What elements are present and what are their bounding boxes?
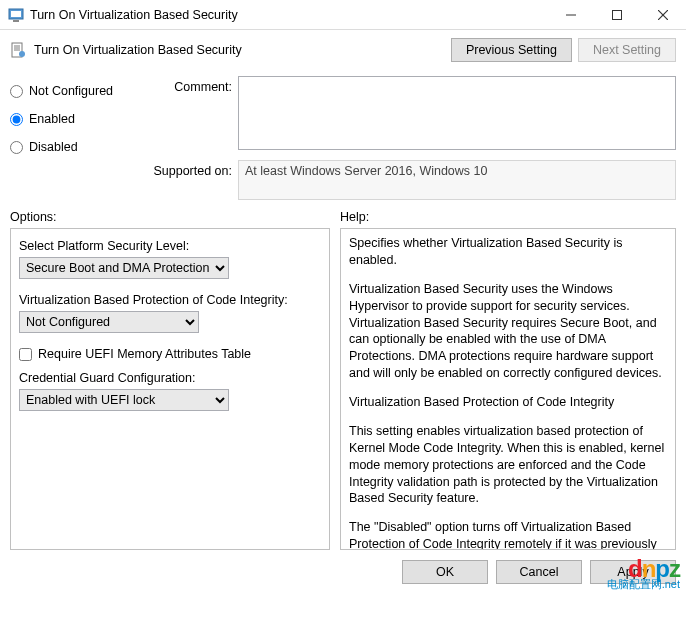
window-controls bbox=[548, 0, 686, 29]
vbpci-label: Virtualization Based Protection of Code … bbox=[19, 293, 321, 307]
state-not-configured[interactable]: Not Configured bbox=[10, 84, 140, 98]
svg-rect-2 bbox=[13, 20, 19, 22]
policy-icon bbox=[10, 42, 26, 58]
uefi-mem-attr-checkbox[interactable] bbox=[19, 348, 32, 361]
ok-button[interactable]: OK bbox=[402, 560, 488, 584]
svg-rect-4 bbox=[613, 10, 622, 19]
state-disabled-label: Disabled bbox=[29, 140, 78, 154]
policy-header: Turn On Virtualization Based Security Pr… bbox=[0, 30, 686, 70]
state-disabled-radio[interactable] bbox=[10, 141, 23, 154]
state-enabled-radio[interactable] bbox=[10, 113, 23, 126]
panes-labels: Options: Help: bbox=[0, 208, 686, 228]
next-setting-button[interactable]: Next Setting bbox=[578, 38, 676, 62]
help-paragraph: Virtualization Based Protection of Code … bbox=[349, 394, 667, 411]
state-disabled[interactable]: Disabled bbox=[10, 140, 140, 154]
platform-security-level-label: Select Platform Security Level: bbox=[19, 239, 321, 253]
window-title: Turn On Virtualization Based Security bbox=[30, 8, 548, 22]
credential-guard-select[interactable]: Enabled with UEFI lock bbox=[19, 389, 229, 411]
titlebar: Turn On Virtualization Based Security bbox=[0, 0, 686, 30]
previous-setting-button[interactable]: Previous Setting bbox=[451, 38, 572, 62]
options-heading: Options: bbox=[10, 210, 340, 224]
minimize-button[interactable] bbox=[548, 0, 594, 29]
options-pane: Select Platform Security Level: Secure B… bbox=[10, 228, 330, 550]
apply-button[interactable]: Apply bbox=[590, 560, 676, 584]
credential-guard-label: Credential Guard Configuration: bbox=[19, 371, 321, 385]
platform-security-level-select[interactable]: Secure Boot and DMA Protection bbox=[19, 257, 229, 279]
help-paragraph: Virtualization Based Security uses the W… bbox=[349, 281, 667, 382]
supported-on-value: At least Windows Server 2016, Windows 10 bbox=[238, 160, 676, 200]
help-paragraph: The "Disabled" option turns off Virtuali… bbox=[349, 519, 667, 550]
policy-title: Turn On Virtualization Based Security bbox=[34, 43, 443, 57]
vbpci-select[interactable]: Not Configured bbox=[19, 311, 199, 333]
close-button[interactable] bbox=[640, 0, 686, 29]
state-not-configured-label: Not Configured bbox=[29, 84, 113, 98]
comment-textarea[interactable] bbox=[238, 76, 676, 150]
supported-on-label: Supported on: bbox=[150, 160, 238, 178]
svg-point-11 bbox=[19, 51, 25, 57]
state-radio-group: Not Configured Enabled Disabled bbox=[10, 76, 140, 200]
uefi-mem-attr-row[interactable]: Require UEFI Memory Attributes Table bbox=[19, 347, 321, 361]
app-icon bbox=[8, 7, 24, 23]
maximize-button[interactable] bbox=[594, 0, 640, 29]
comment-label: Comment: bbox=[150, 76, 238, 94]
help-pane[interactable]: Specifies whether Virtualization Based S… bbox=[340, 228, 676, 550]
help-paragraph: Specifies whether Virtualization Based S… bbox=[349, 235, 667, 269]
help-heading: Help: bbox=[340, 210, 369, 224]
help-paragraph: This setting enables virtualization base… bbox=[349, 423, 667, 507]
uefi-mem-attr-label: Require UEFI Memory Attributes Table bbox=[38, 347, 251, 361]
meta-region: Not Configured Enabled Disabled Comment:… bbox=[0, 70, 686, 208]
svg-rect-1 bbox=[11, 11, 21, 17]
dialog-footer: OK Cancel Apply dnpz 电脑配置网.net bbox=[0, 550, 686, 594]
state-enabled-label: Enabled bbox=[29, 112, 75, 126]
state-enabled[interactable]: Enabled bbox=[10, 112, 140, 126]
cancel-button[interactable]: Cancel bbox=[496, 560, 582, 584]
state-not-configured-radio[interactable] bbox=[10, 85, 23, 98]
panes: Select Platform Security Level: Secure B… bbox=[0, 228, 686, 550]
